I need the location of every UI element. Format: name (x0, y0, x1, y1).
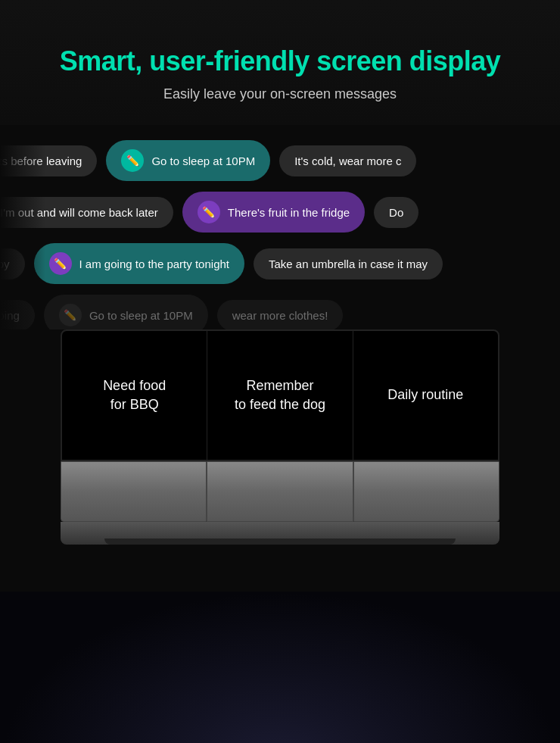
tv-outer: Need foodfor BBQ Rememberto feed the dog… (61, 329, 499, 545)
tv-stand (61, 461, 499, 522)
pill-umbrella-text: Take an umbrella in case it may (269, 258, 428, 270)
pill-cold: It's cold, wear more c (279, 145, 416, 176)
tv-panel-routine: Daily routine (353, 331, 498, 460)
tv-panel-dog: Rememberto feed the dog (207, 331, 353, 460)
subtitle: Easily leave your on-screen messages (15, 86, 545, 102)
message-row-2: I'm out and will come back later ✏️ Ther… (0, 192, 545, 233)
pill-clothes: wear more clothes! (217, 300, 344, 330)
pill-happy-text: nppy (0, 258, 10, 270)
tv-screen: Need foodfor BBQ Rememberto feed the dog… (61, 329, 499, 461)
pill-sleep-1-text: Go to sleep at 10PM (151, 155, 255, 167)
tv-stand-right (353, 461, 499, 522)
tv-content: Need foodfor BBQ Rememberto feed the dog… (62, 331, 498, 460)
screen-wrapper: Need foodfor BBQ Rememberto feed the dog… (0, 329, 560, 545)
pill-sleeping-text: sleeping (0, 309, 20, 322)
tv-section: Need foodfor BBQ Rememberto feed the dog… (0, 329, 560, 575)
tv-stand-center (207, 461, 353, 522)
pill-out-text: I'm out and will come back later (0, 206, 158, 219)
pill-fruit: ✏️ There's fruit in the fridge (182, 192, 365, 233)
bottom-glow (0, 592, 560, 743)
pill-fruit-text: There's fruit in the fridge (228, 206, 350, 219)
pill-umbrella: Take an umbrella in case it may (254, 248, 443, 279)
pill-out: I'm out and will come back later (0, 197, 173, 228)
edit-icon-teal: ✏️ (121, 149, 144, 172)
message-row-4: sleeping ✏️ Go to sleep at 10PM wear mor… (0, 295, 522, 329)
pill-happy: nppy (0, 248, 25, 279)
tv-base (61, 522, 499, 545)
pill-clothes-text: wear more clothes! (232, 309, 328, 322)
tv-panel-bbq: Need foodfor BBQ (62, 331, 207, 460)
edit-icon-purple-1: ✏️ (198, 201, 220, 223)
tv-panel-bbq-text: Need foodfor BBQ (103, 376, 166, 414)
tv-panel-dog-text: Rememberto feed the dog (235, 376, 325, 414)
main-title: Smart, user-friendly screen display (15, 45, 545, 77)
tv-stand-left (61, 461, 207, 522)
pill-lights: hts before leaving (0, 145, 97, 176)
edit-icon-purple-2: ✏️ (49, 252, 72, 275)
header-section: Smart, user-friendly screen display Easi… (0, 0, 560, 125)
pill-cold-text: It's cold, wear more c (294, 155, 401, 167)
pill-sleep-2-text: Go to sleep at 10PM (89, 309, 193, 322)
message-row-3: nppy ✏️ I am going to the party tonight … (0, 243, 530, 284)
pill-party: ✏️ I am going to the party tonight (34, 243, 244, 284)
message-row-1: hts before leaving ✏️ Go to sleep at 10P… (0, 140, 537, 181)
pill-do-text: Do (389, 206, 403, 219)
pill-lights-text: hts before leaving (0, 155, 82, 167)
tv-panel-routine-text: Daily routine (387, 386, 463, 404)
pill-do: Do (374, 197, 418, 228)
pill-sleeping: sleeping (0, 300, 35, 330)
pill-sleep-1: ✏️ Go to sleep at 10PM (106, 140, 270, 181)
tv-container: Need foodfor BBQ Rememberto feed the dog… (0, 329, 560, 545)
edit-icon-dark: ✏️ (59, 304, 82, 326)
messages-area: hts before leaving ✏️ Go to sleep at 10P… (0, 125, 560, 329)
pill-sleep-2: ✏️ Go to sleep at 10PM (44, 295, 208, 329)
pill-party-text: I am going to the party tonight (79, 258, 229, 270)
